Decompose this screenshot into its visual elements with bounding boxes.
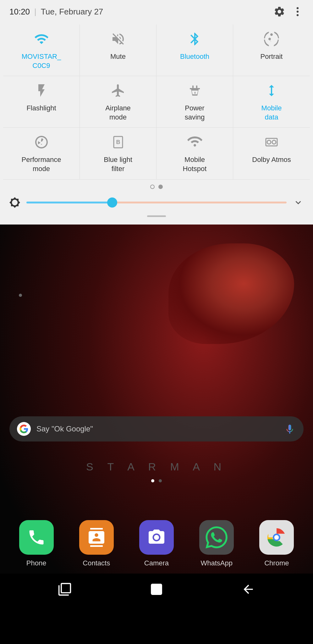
google-search-bar[interactable]: Say "Ok Google" — [9, 416, 304, 441]
portrait-label: Portrait — [261, 52, 283, 61]
date: Tue, February 27 — [41, 7, 103, 17]
svg-point-7 — [272, 140, 276, 144]
settings-icon[interactable] — [273, 6, 285, 18]
status-bar-left: 10:20 | Tue, February 27 — [9, 7, 103, 17]
recent-apps-button[interactable] — [55, 580, 74, 599]
status-bar-right — [273, 6, 304, 18]
back-button[interactable] — [239, 580, 258, 599]
whatsapp-app[interactable]: WhatsApp — [199, 520, 234, 567]
powersaving-icon — [186, 82, 204, 99]
hotspot-label: MobileHotspot — [183, 155, 207, 173]
page-dot-2[interactable] — [158, 185, 163, 189]
starman-text: S T A R M A N — [0, 461, 313, 473]
whatsapp-icon — [199, 520, 234, 555]
flashlight-icon — [33, 82, 50, 99]
mobiledata-label: Mobiledata — [261, 104, 282, 122]
camera-label: Camera — [144, 559, 169, 567]
status-bar: 10:20 | Tue, February 27 — [0, 0, 313, 21]
wifi-tile[interactable]: MOVISTAR_C0C9 — [3, 25, 80, 76]
bluetooth-label: Bluetooth — [180, 52, 209, 61]
google-logo — [17, 422, 31, 436]
svg-point-10 — [274, 535, 279, 540]
camera-app[interactable]: Camera — [139, 520, 174, 567]
dolby-tile[interactable]: Dolby Atmos — [233, 128, 310, 179]
mobiledata-tile[interactable]: Mobiledata — [233, 76, 310, 128]
performance-tile[interactable]: Performancemode — [3, 128, 80, 179]
mic-icon[interactable] — [283, 423, 296, 435]
flashlight-label: Flashlight — [26, 104, 56, 113]
brightness-thumb[interactable] — [107, 197, 117, 208]
brightness-icon — [9, 197, 21, 208]
home-page-dots — [0, 479, 313, 482]
dolby-label: Dolby Atmos — [252, 155, 291, 164]
contacts-icon — [79, 520, 114, 555]
powersaving-tile[interactable]: Powersaving — [156, 76, 233, 128]
quick-settings-panel: 10:20 | Tue, February 27 MOVISTAR_C0C9 — [0, 0, 313, 225]
bluetooth-tile[interactable]: Bluetooth — [156, 25, 233, 76]
dolby-icon — [263, 133, 280, 151]
brightness-expand-icon[interactable] — [292, 197, 304, 208]
phone-label: Phone — [26, 559, 47, 567]
clock: 10:20 — [9, 7, 30, 17]
mute-icon — [109, 30, 127, 48]
svg-point-6 — [267, 140, 271, 144]
performance-icon — [33, 133, 50, 151]
page-indicators — [0, 180, 313, 192]
bluelight-tile[interactable]: B Blue lightfilter — [80, 128, 156, 179]
divider: | — [34, 7, 36, 17]
nav-bar — [0, 574, 313, 605]
phone-app[interactable]: Phone — [19, 520, 54, 567]
airplane-label: Airplanemode — [105, 104, 131, 122]
svg-point-0 — [297, 7, 299, 9]
svg-text:B: B — [116, 139, 120, 145]
home-dot-active[interactable] — [151, 479, 154, 482]
mobiledata-icon — [263, 82, 280, 99]
contacts-label: Contacts — [83, 559, 110, 567]
chrome-app[interactable]: Chrome — [259, 520, 294, 567]
flashlight-tile[interactable]: Flashlight — [3, 76, 80, 128]
bluelight-icon: B — [109, 133, 127, 151]
svg-point-2 — [297, 14, 299, 16]
airplane-icon — [109, 82, 127, 99]
brightness-row — [0, 192, 313, 213]
chrome-icon — [259, 520, 294, 555]
google-search-placeholder: Say "Ok Google" — [36, 425, 278, 433]
powersaving-label: Powersaving — [185, 104, 205, 122]
drag-handle[interactable] — [0, 213, 313, 221]
app-dock: Phone Contacts Camera — [6, 520, 307, 567]
svg-rect-11 — [151, 584, 162, 594]
portrait-icon — [263, 30, 280, 48]
bluetooth-icon — [186, 30, 204, 48]
whatsapp-label: WhatsApp — [200, 559, 233, 567]
contacts-app[interactable]: Contacts — [79, 520, 114, 567]
drag-handle-line — [147, 215, 166, 217]
quick-tile-grid: MOVISTAR_C0C9 Mute Bluetooth — [0, 21, 313, 180]
more-options-icon[interactable] — [292, 6, 304, 18]
bluelight-label: Blue lightfilter — [104, 155, 132, 173]
phone-icon — [19, 520, 54, 555]
portrait-tile[interactable]: Portrait — [233, 25, 310, 76]
mute-label: Mute — [110, 52, 126, 61]
brightness-slider[interactable] — [26, 202, 287, 203]
wallpaper-dot — [19, 294, 22, 297]
wifi-label: MOVISTAR_C0C9 — [22, 52, 61, 70]
hotspot-tile[interactable]: MobileHotspot — [156, 128, 233, 179]
home-button[interactable] — [147, 580, 166, 599]
wifi-icon — [33, 30, 50, 48]
home-dot-2[interactable] — [159, 479, 162, 482]
airplane-tile[interactable]: Airplanemode — [80, 76, 156, 128]
hotspot-icon — [186, 133, 204, 151]
mute-tile[interactable]: Mute — [80, 25, 156, 76]
svg-point-1 — [297, 11, 299, 13]
page-dot-1[interactable] — [150, 185, 155, 189]
performance-label: Performancemode — [22, 155, 61, 173]
chrome-label: Chrome — [264, 559, 289, 567]
camera-icon — [139, 520, 174, 555]
home-screen: Say "Ok Google" S T A R M A N — [0, 225, 313, 605]
